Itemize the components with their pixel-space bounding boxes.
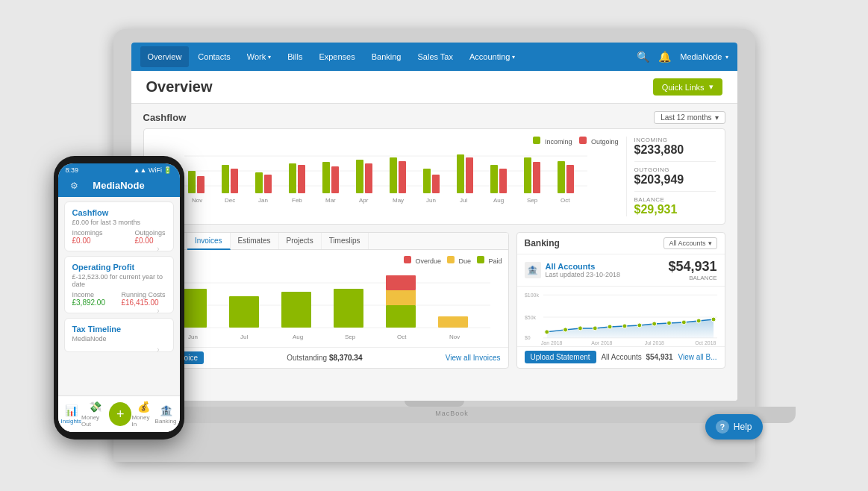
phone-body: Cashflow £0.00 for last 3 months Incomin… [58,197,180,395]
incoming-legend-dot [533,137,540,144]
svg-rect-8 [264,175,272,193]
macbook-notch [405,401,464,407]
svg-text:Mar: Mar [325,197,336,204]
nav-icons: 🔍 🔔 MediaNode ▾ [637,51,728,63]
phone-nav-insights[interactable]: 📊 Insights [61,404,82,425]
svg-point-64 [578,326,582,331]
tab-projects[interactable]: Projects [279,233,322,249]
svg-text:Sep: Sep [527,197,538,204]
svg-rect-11 [322,162,330,193]
svg-rect-20 [466,157,473,193]
tab-invoices[interactable]: Invoices [187,233,231,250]
balance-label: BALANCE [668,275,716,281]
money-out-icon: 💸 [89,401,102,413]
nav-item-banking[interactable]: Banking [364,46,409,67]
svg-rect-16 [399,161,406,193]
work-legend: Overdue Due Paid [150,256,502,265]
help-circle-icon: ? [716,420,729,434]
svg-rect-6 [231,169,238,193]
svg-rect-23 [524,157,531,193]
scene: Overview Contacts Work ▾ Bills Expenses … [113,29,755,462]
help-button[interactable]: ? Help [705,414,763,440]
nav-item-overview[interactable]: Overview [140,46,190,67]
view-all-invoices-link[interactable]: View all Invoices [446,354,501,362]
phone-cashflow-row: Incomings £0.00 Outgoings £0.00 [72,229,166,245]
work-chart-area: Overdue Due Paid [144,250,508,347]
page-title: Overview [146,78,213,96]
bell-icon[interactable]: 🔔 [658,51,671,63]
phone-operating-profit-section[interactable]: Operating Profit £-12,523.00 for current… [64,256,174,313]
svg-rect-21 [490,165,498,193]
svg-point-69 [652,322,656,326]
balance-display: $54,931 BALANCE [668,259,716,281]
svg-text:$0: $0 [525,335,531,340]
accounts-selector[interactable]: All Accounts ▾ [664,237,716,249]
phone-signal-icon: ▲▲ WiFi 🔋 [134,166,172,174]
svg-rect-54 [438,316,468,328]
svg-point-70 [666,321,671,325]
macbook-device: Overview Contacts Work ▾ Bills Expenses … [113,29,755,462]
phone-nav-add-button[interactable]: + [109,402,131,426]
phone-tax-timeline-section[interactable]: Tax Timeline MediaNode › [64,318,174,352]
account-details: All Accounts Last updated 23-10-2018 [546,262,621,278]
nav-item-accounting[interactable]: Accounting ▾ [462,46,522,67]
operating-profit-chevron-icon: › [157,307,159,315]
svg-text:Nov: Nov [449,334,460,340]
tab-timeslips[interactable]: Timeslips [322,233,369,249]
money-in-icon: 💰 [137,401,150,413]
paid-legend: Paid [477,256,502,265]
phone-cashflow-title: Cashflow [72,208,166,217]
nav-item-expenses[interactable]: Expenses [311,46,362,67]
svg-rect-46 [281,292,311,328]
phone-tax-timeline-subtitle: MediaNode [72,335,166,343]
svg-text:Jul: Jul [460,197,467,204]
upload-statement-button[interactable]: Upload Statement [525,351,596,363]
bottom-row: Timeline Invoices Estimates Projects Tim… [143,232,725,369]
svg-rect-13 [356,160,363,193]
quick-links-chevron-icon: ▾ [709,82,714,92]
nav-item-contacts[interactable]: Contacts [190,46,237,67]
cashflow-stats: INCOMING $233,880 OUTGOING $203,949 [626,137,716,216]
svg-point-63 [563,328,567,332]
svg-text:Oct: Oct [397,334,407,340]
phone-cashflow-section[interactable]: Cashflow £0.00 for last 3 months Incomin… [64,201,174,251]
nav-item-salestax[interactable]: Sales Tax [410,46,460,67]
tab-estimates[interactable]: Estimates [231,233,279,249]
phone-nav-banking[interactable]: 🏦 Banking [155,404,177,425]
period-chevron-icon: ▾ [715,113,719,122]
phone-operating-profit-title: Operating Profit [72,263,166,272]
svg-rect-9 [289,163,296,193]
svg-rect-25 [558,161,565,193]
svg-rect-48 [334,289,363,328]
settings-icon[interactable]: ⚙ [70,181,78,191]
svg-text:Jun: Jun [188,334,198,340]
nav-item-bills[interactable]: Bills [280,46,310,67]
period-selector[interactable]: Last 12 months ▾ [654,111,725,124]
svg-text:Apr 2018: Apr 2018 [591,340,612,345]
balance-stat: BALANCE $29,931 [634,196,716,216]
quick-links-button[interactable]: Quick Links ▾ [653,78,722,96]
work-bar-chart: Jun Jul Aug Sep [150,268,502,343]
overdue-legend: Overdue [404,256,441,265]
phone-time: 8:39 [66,166,79,174]
phone-nav-money-out[interactable]: 💸 Money Out [81,401,109,428]
svg-rect-51 [386,290,416,305]
phone-incomings: Incomings £0.00 [72,229,103,245]
svg-text:May: May [393,197,404,204]
phone-nav-money-in[interactable]: 💰 Money In [131,401,154,428]
search-icon[interactable]: 🔍 [637,51,649,63]
svg-rect-18 [432,175,440,193]
svg-rect-19 [457,154,464,193]
outgoing-legend: Outgoing [579,137,618,146]
paid-dot [477,256,484,263]
svg-text:Sep: Sep [345,334,356,340]
nav-item-work[interactable]: Work ▾ [240,46,278,67]
svg-rect-26 [566,165,574,193]
nav-user[interactable]: MediaNode ▾ [680,52,728,61]
svg-text:$100k: $100k [525,293,539,298]
svg-text:Feb: Feb [292,197,302,204]
banking-svg-chart: $100k $50k $0 [525,291,717,345]
due-legend: Due [447,256,471,265]
phone-operating-profit-subtitle: £-12,523.00 for current year to date [72,273,166,288]
view-all-banking-link[interactable]: View all B... [678,353,716,361]
